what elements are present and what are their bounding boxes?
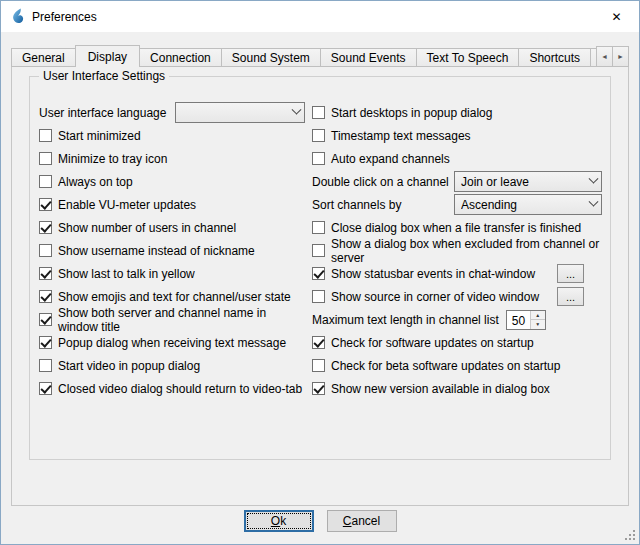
checkbox-label: Check for beta software updates on start… <box>331 359 560 373</box>
sort-channels-row: Sort channels by Ascending <box>312 193 602 216</box>
tab-label: Sound System <box>232 51 310 65</box>
tab-bar: General Display Connection Sound System … <box>11 45 629 67</box>
checkbox-label: Start video in popup dialog <box>58 359 200 373</box>
checkbox-label: Show last to talk in yellow <box>58 267 195 281</box>
tab-sound-events[interactable]: Sound Events <box>320 48 417 67</box>
checkbox-row: Show last to talk in yellow <box>39 262 305 285</box>
app-icon <box>9 8 26 25</box>
checkbox-label: Show emojis and text for channel/user st… <box>58 290 291 304</box>
spin-down-button[interactable]: ▼ <box>531 320 545 329</box>
spinner-buttons: ▲ ▼ <box>530 311 545 329</box>
excluded-dialog-checkbox[interactable] <box>312 244 325 257</box>
right-column: Start desktops in popup dialog Timestamp… <box>312 101 602 400</box>
group-title: User Interface Settings <box>39 69 169 83</box>
sort-channels-value: Ascending <box>461 198 517 212</box>
checkbox-label: Enable VU-meter updates <box>58 198 196 212</box>
user-interface-settings-group: User Interface Settings User interface l… <box>29 76 611 460</box>
ok-button[interactable]: Ok <box>244 510 314 532</box>
checkbox-label: Show username instead of nickname <box>58 244 255 258</box>
window-title: Preferences <box>32 10 97 24</box>
max-text-length-value: 50 <box>507 311 530 329</box>
tab-text-to-speech[interactable]: Text To Speech <box>416 48 520 67</box>
close-button[interactable]: ✕ <box>594 1 639 32</box>
statusbar-events-checkbox[interactable] <box>312 267 325 280</box>
ok-button-label: Ok <box>271 514 286 528</box>
cancel-button-label: Cancel <box>343 514 380 528</box>
sort-channels-select[interactable]: Ascending <box>454 194 602 215</box>
video-source-row: Show source in corner of video window ..… <box>312 285 602 308</box>
checkbox-label: Show statusbar events in chat-window <box>331 267 535 281</box>
checkbox-row: Popup dialog when receiving text message <box>39 331 305 354</box>
dialog-button-row: Ok Cancel <box>1 510 639 532</box>
always-on-top-checkbox[interactable] <box>39 175 52 188</box>
tab-connection[interactable]: Connection <box>139 48 222 67</box>
display-tab-pane: User Interface Settings User interface l… <box>11 66 629 506</box>
checkbox-label: Show number of users in channel <box>58 221 236 235</box>
checkbox-label: Show source in corner of video window <box>331 290 539 304</box>
minimize-to-tray-checkbox[interactable] <box>39 152 52 165</box>
tab-display[interactable]: Display <box>75 45 140 67</box>
statusbar-events-row: Show statusbar events in chat-window ... <box>312 262 602 285</box>
chevron-down-icon <box>589 174 599 184</box>
popup-text-message-checkbox[interactable] <box>39 336 52 349</box>
checkbox-row: Start desktops in popup dialog <box>312 101 602 124</box>
checkbox-row: Show new version available in dialog box <box>312 377 602 400</box>
auto-expand-checkbox[interactable] <box>312 152 325 165</box>
checkbox-row: Enable VU-meter updates <box>39 193 305 216</box>
checkbox-label: Timestamp text messages <box>331 129 471 143</box>
checkbox-label: Closed video dialog should return to vid… <box>58 382 302 396</box>
tab-label: Display <box>88 50 127 64</box>
resize-grip[interactable] <box>625 530 636 541</box>
spin-up-button[interactable]: ▲ <box>531 311 545 321</box>
tab-shortcuts[interactable]: Shortcuts <box>518 48 591 67</box>
close-file-transfer-checkbox[interactable] <box>312 221 325 234</box>
tab-scroll-left-button[interactable]: ◄ <box>596 46 613 67</box>
video-source-checkbox[interactable] <box>312 290 325 303</box>
video-return-tab-checkbox[interactable] <box>39 382 52 395</box>
language-label: User interface language <box>39 106 166 120</box>
show-user-count-checkbox[interactable] <box>39 221 52 234</box>
emoji-state-checkbox[interactable] <box>39 290 52 303</box>
checkbox-row: Show a dialog box when excluded from cha… <box>312 239 602 262</box>
check-beta-updates-checkbox[interactable] <box>312 359 325 372</box>
timestamp-checkbox[interactable] <box>312 129 325 142</box>
max-text-length-label: Maximum text length in channel list <box>312 313 499 327</box>
cancel-button[interactable]: Cancel <box>327 510 397 532</box>
checkbox-row: Show number of users in channel <box>39 216 305 239</box>
checkbox-row: Check for beta software updates on start… <box>312 354 602 377</box>
checkbox-label: Close dialog box when a file transfer is… <box>331 221 581 235</box>
checkbox-row: Check for software updates on startup <box>312 331 602 354</box>
start-minimized-checkbox[interactable] <box>39 129 52 142</box>
sort-channels-label: Sort channels by <box>312 198 401 212</box>
double-click-value: Join or leave <box>461 175 529 189</box>
tab-general[interactable]: General <box>11 48 76 67</box>
max-text-length-spinner[interactable]: 50 ▲ ▼ <box>506 310 546 330</box>
show-username-checkbox[interactable] <box>39 244 52 257</box>
vu-meter-checkbox[interactable] <box>39 198 52 211</box>
checkbox-label: Start desktops in popup dialog <box>331 106 492 120</box>
new-version-dialog-checkbox[interactable] <box>312 382 325 395</box>
tab-label: Text To Speech <box>427 51 509 65</box>
checkbox-row: Start video in popup dialog <box>39 354 305 377</box>
video-source-more-button[interactable]: ... <box>557 287 584 306</box>
last-to-talk-checkbox[interactable] <box>39 267 52 280</box>
checkbox-label: Auto expand channels <box>331 152 450 166</box>
checkbox-label: Minimize to tray icon <box>58 152 167 166</box>
checkbox-label: Start minimized <box>58 129 141 143</box>
window-title-checkbox[interactable] <box>39 313 52 326</box>
double-click-label: Double click on a channel <box>312 175 449 189</box>
checkbox-row: Start minimized <box>39 124 305 147</box>
desktop-popup-checkbox[interactable] <box>312 106 325 119</box>
checkbox-label: Always on top <box>58 175 133 189</box>
check-updates-checkbox[interactable] <box>312 336 325 349</box>
video-popup-checkbox[interactable] <box>39 359 52 372</box>
tab-scroll-right-button[interactable]: ► <box>612 46 629 67</box>
language-select[interactable] <box>175 102 305 123</box>
tab-label: Connection <box>150 51 211 65</box>
statusbar-events-more-button[interactable]: ... <box>557 264 584 283</box>
double-click-select[interactable]: Join or leave <box>454 171 602 192</box>
checkbox-row: Show username instead of nickname <box>39 239 305 262</box>
checkbox-label: Show new version available in dialog box <box>331 382 550 396</box>
checkbox-row: Timestamp text messages <box>312 124 602 147</box>
tab-sound-system[interactable]: Sound System <box>221 48 321 67</box>
